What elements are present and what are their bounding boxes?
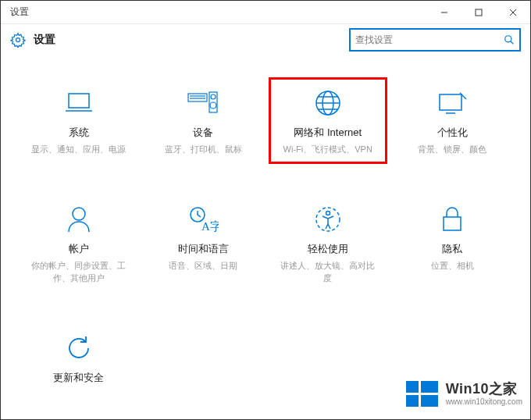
svg-rect-1: [476, 9, 482, 16]
watermark: Win10之家 www.win10xitong.com: [403, 378, 530, 410]
search-input[interactable]: [355, 34, 501, 45]
page-title: 设置: [34, 33, 55, 47]
tile-desc: 讲述人、放大镜、高对比度: [277, 259, 379, 285]
svg-line-6: [511, 41, 514, 44]
watermark-url: www.win10xitong.com: [446, 397, 522, 406]
laptop-icon: [62, 87, 95, 119]
devices-icon: [187, 87, 219, 119]
svg-rect-8: [188, 94, 207, 101]
tile-desc: 位置、相机: [431, 259, 474, 272]
tile-privacy[interactable]: 隐私 位置、相机: [390, 203, 515, 285]
tile-title: 轻松使用: [308, 242, 348, 256]
tile-accounts[interactable]: 帐户 你的帐户、同步设置、工作、其他用户: [16, 203, 141, 285]
lock-icon: [436, 203, 469, 236]
minimize-button[interactable]: [427, 1, 462, 24]
tile-title: 隐私: [442, 242, 462, 256]
search-box[interactable]: [349, 28, 521, 52]
tile-desc: 你的帐户、同步设置、工作、其他用户: [28, 259, 130, 285]
tile-network[interactable]: 网络和 Internet Wi-Fi、飞行模式、VPN: [266, 87, 390, 156]
header: 设置: [1, 24, 530, 55]
person-icon: [62, 203, 95, 236]
svg-line-18: [460, 93, 466, 99]
tile-personalization[interactable]: 个性化 背景、锁屏、颜色: [390, 87, 515, 156]
tile-system[interactable]: 系统 显示、通知、应用、电源: [16, 87, 141, 156]
tile-time-language[interactable]: A字 时间和语言 语音、区域、日期: [141, 203, 266, 285]
tile-desc: 语音、区域、日期: [169, 259, 237, 272]
tile-title: 帐户: [69, 242, 89, 256]
tile-title: 设备: [193, 126, 213, 140]
tile-desc: 背景、锁屏、颜色: [418, 143, 486, 156]
tile-title: 个性化: [437, 126, 468, 140]
tile-title: 更新和安全: [53, 371, 104, 385]
window-title: 设置: [10, 5, 29, 19]
tile-desc: 显示、通知、应用、电源: [31, 143, 126, 156]
svg-point-4: [16, 38, 20, 42]
titlebar: 设置: [1, 1, 530, 24]
search-icon: [504, 34, 515, 45]
close-button[interactable]: [496, 1, 530, 24]
tile-update-security[interactable]: 更新和安全: [16, 332, 141, 388]
svg-point-13: [210, 102, 216, 109]
tile-desc: 蓝牙、打印机、鼠标: [165, 143, 242, 156]
ease-icon: [312, 203, 344, 236]
maximize-button[interactable]: [462, 1, 496, 24]
svg-rect-7: [69, 94, 89, 108]
time-lang-icon: A字: [187, 203, 219, 236]
gear-icon: [10, 32, 26, 48]
watermark-brand: Win10之家: [446, 382, 522, 397]
svg-point-19: [73, 208, 85, 220]
svg-point-23: [326, 211, 330, 215]
svg-text:A字: A字: [201, 220, 219, 233]
windows-logo-icon: [406, 381, 438, 407]
tile-title: 时间和语言: [178, 242, 229, 256]
tile-devices[interactable]: 设备 蓝牙、打印机、鼠标: [141, 87, 266, 156]
update-icon: [62, 332, 95, 365]
paint-icon: [436, 87, 469, 119]
svg-rect-24: [444, 217, 461, 230]
tile-title: 系统: [69, 126, 89, 140]
svg-point-5: [505, 36, 511, 42]
highlight-box: [269, 77, 387, 164]
svg-point-12: [211, 94, 216, 99]
svg-rect-17: [440, 94, 462, 110]
tile-ease-of-access[interactable]: 轻松使用 讲述人、放大镜、高对比度: [266, 203, 390, 285]
